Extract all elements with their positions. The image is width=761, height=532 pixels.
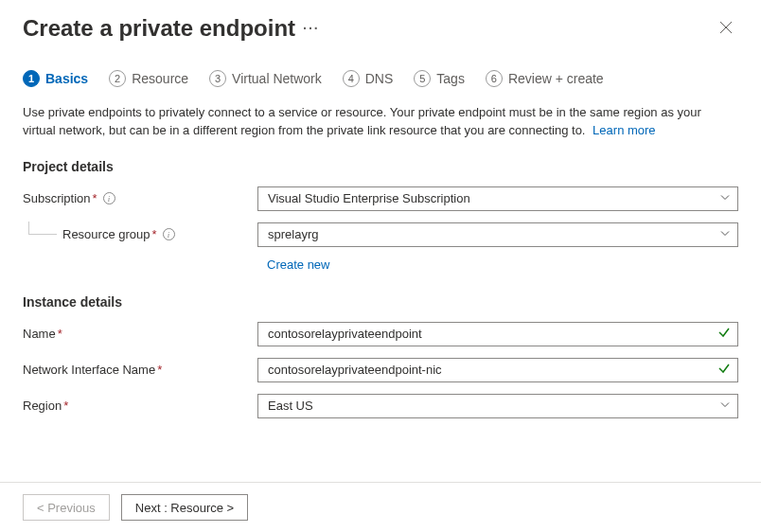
tab-tags[interactable]: 5 Tags: [414, 70, 465, 87]
chevron-down-icon: [719, 227, 731, 241]
section-project-details: Project details: [23, 159, 738, 174]
name-label: Name: [23, 327, 56, 341]
tab-virtual-network[interactable]: 3 Virtual Network: [209, 70, 322, 87]
required-indicator: *: [157, 363, 162, 377]
step-number: 6: [486, 70, 503, 87]
step-number: 5: [414, 70, 431, 87]
indent-line: [28, 222, 57, 235]
check-icon: [717, 326, 731, 343]
more-actions-button[interactable]: ···: [303, 21, 320, 36]
resource-group-value: sprelayrg: [268, 227, 318, 241]
region-value: East US: [268, 399, 313, 413]
nic-value: contosorelayprivateendpoint-nic: [268, 363, 442, 377]
tab-dns[interactable]: 4 DNS: [343, 70, 394, 87]
subscription-label: Subscription: [23, 191, 91, 205]
resource-group-select[interactable]: sprelayrg: [257, 222, 738, 247]
step-number: 2: [109, 70, 126, 87]
subscription-value: Visual Studio Enterprise Subscription: [268, 191, 470, 205]
step-number: 4: [343, 70, 360, 87]
name-input[interactable]: contosorelayprivateendpoint: [257, 322, 738, 346]
create-new-link[interactable]: Create new: [23, 257, 738, 272]
footer: < Previous Next : Resource >: [0, 482, 761, 532]
required-indicator: *: [152, 227, 157, 241]
nic-input[interactable]: contosorelayprivateendpoint-nic: [257, 358, 738, 382]
page-title: Create a private endpoint: [23, 15, 295, 42]
region-select[interactable]: East US: [257, 394, 738, 418]
description-text: Use private endpoints to privately conne…: [23, 104, 723, 140]
name-value: contosorelayprivateendpoint: [268, 327, 422, 341]
subscription-select[interactable]: Visual Studio Enterprise Subscription: [257, 186, 738, 211]
check-icon: [717, 362, 731, 379]
step-label: Virtual Network: [232, 71, 322, 86]
previous-button: < Previous: [23, 494, 110, 521]
next-button[interactable]: Next : Resource >: [121, 494, 248, 521]
step-number: 1: [23, 70, 40, 87]
tab-basics[interactable]: 1 Basics: [23, 70, 88, 87]
chevron-down-icon: [719, 399, 731, 413]
tab-resource[interactable]: 2 Resource: [109, 70, 188, 87]
required-indicator: *: [58, 327, 62, 341]
info-icon[interactable]: i: [163, 228, 175, 240]
wizard-stepper: 1 Basics 2 Resource 3 Virtual Network 4 …: [23, 70, 738, 87]
step-label: Tags: [436, 71, 465, 86]
required-indicator: *: [93, 191, 97, 205]
nic-label: Network Interface Name: [23, 363, 155, 377]
info-icon[interactable]: i: [103, 192, 115, 204]
step-label: Basics: [45, 71, 88, 86]
chevron-down-icon: [719, 191, 731, 205]
step-label: Review + create: [508, 71, 604, 86]
resource-group-label: Resource group: [62, 227, 150, 241]
tab-review-create[interactable]: 6 Review + create: [486, 70, 604, 87]
region-label: Region: [23, 399, 62, 413]
required-indicator: *: [63, 399, 68, 413]
section-instance-details: Instance details: [23, 294, 738, 310]
learn-more-link[interactable]: Learn more: [593, 123, 655, 137]
close-icon[interactable]: [714, 19, 738, 39]
step-number: 3: [209, 70, 226, 87]
step-label: DNS: [365, 71, 394, 86]
step-label: Resource: [132, 71, 188, 86]
